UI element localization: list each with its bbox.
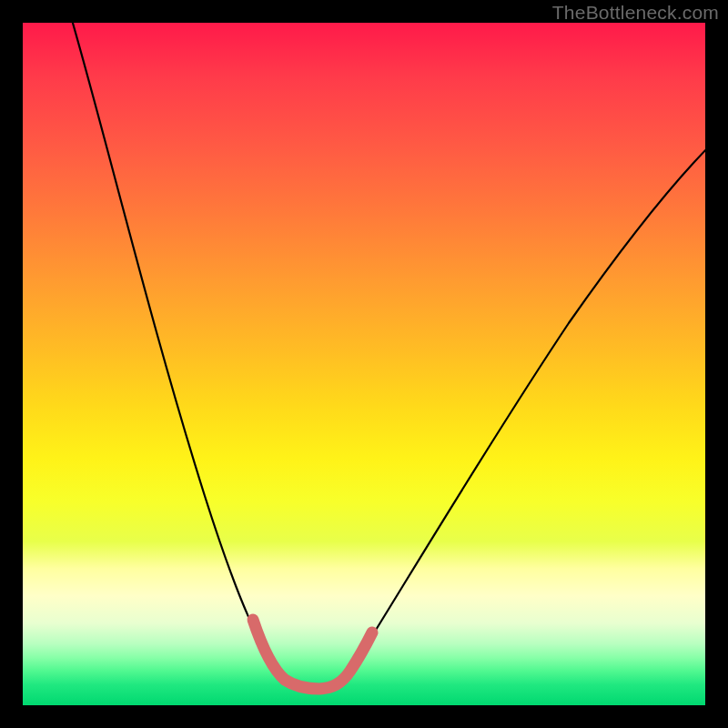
curve-path (70, 23, 705, 688)
plot-area (23, 23, 705, 705)
chart-frame: TheBottleneck.com (0, 0, 728, 728)
highlight-path (253, 620, 372, 689)
bottleneck-curve (23, 23, 705, 705)
watermark-label: TheBottleneck.com (552, 2, 719, 24)
